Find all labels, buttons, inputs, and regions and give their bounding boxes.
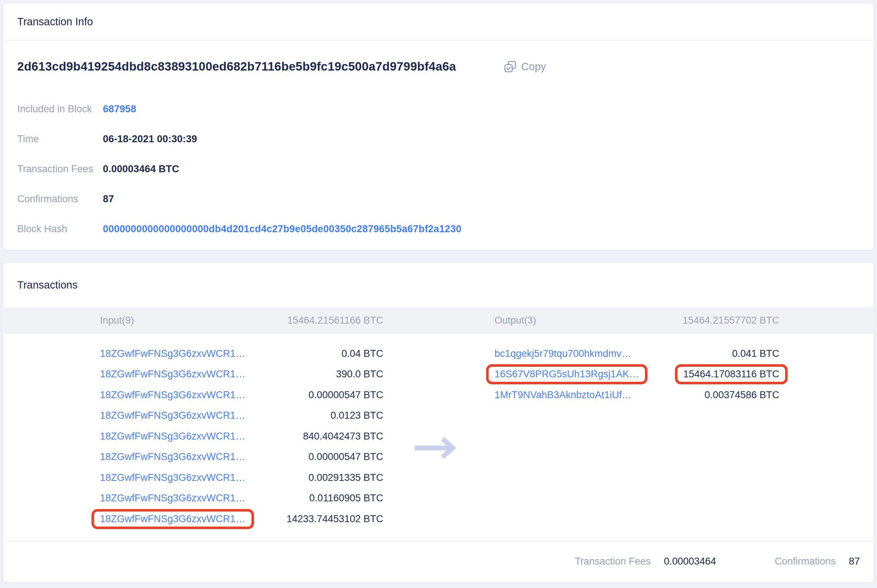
input-address-link[interactable]: 18ZGwfFwFNSg3G6zxvWCR1… [100, 410, 245, 421]
time-label: Time [17, 134, 103, 145]
highlight-box-output-address: 16S67V8PRG5sUh13Rgsj1AK… [486, 364, 647, 384]
input-address-link[interactable]: 18ZGwfFwFNSg3G6zxvWCR1… [100, 348, 245, 360]
input-value: 0.00291335 BTC [257, 467, 383, 488]
transactions-footer: Transaction Fees 0.00003464 Confirmation… [3, 542, 874, 582]
transactions-table-body: 18ZGwfFwFNSg3G6zxvWCR1… 18ZGwfFwFNSg3G6z… [3, 334, 874, 530]
input-row: 18ZGwfFwFNSg3G6zxvWCR1… [100, 488, 257, 509]
input-address-column: 18ZGwfFwFNSg3G6zxvWCR1… 18ZGwfFwFNSg3G6z… [100, 344, 257, 530]
highlight-box-input-address: 18ZGwfFwFNSg3G6zxvWCR1… [92, 509, 254, 529]
transaction-info-card: Transaction Info 2d613cd9b419254dbd8c838… [3, 3, 874, 250]
included-in-block-label: Included in Block [17, 104, 103, 115]
input-count-header: Input(9) [100, 315, 257, 326]
transaction-details: Included in Block 687958 Time 06-18-2021… [17, 94, 860, 244]
confirmations-label: Confirmations [17, 194, 103, 205]
detail-row-transaction-fees: Transaction Fees 0.00003464 BTC [17, 154, 860, 184]
detail-row-time: Time 06-18-2021 00:30:39 [17, 124, 860, 154]
input-value: 390.0 BTC [257, 364, 383, 385]
transactions-card: Transactions Input(9) 15464.21561166 BTC… [3, 262, 874, 582]
copy-button[interactable]: Copy [504, 60, 546, 73]
detail-row-included-in-block: Included in Block 687958 [17, 94, 860, 124]
confirmations-value: 87 [103, 194, 114, 205]
detail-row-block-hash: Block Hash 0000000000000000000db4d201cd4… [17, 214, 860, 244]
input-address-link[interactable]: 18ZGwfFwFNSg3G6zxvWCR1… [100, 451, 245, 463]
transaction-hash-row: 2d613cd9b419254dbd8c83893100ed682b7116be… [17, 54, 860, 80]
output-value: 0.041 BTC [651, 344, 779, 364]
input-row: 18ZGwfFwFNSg3G6zxvWCR1… [100, 385, 257, 405]
input-row: 18ZGwfFwFNSg3G6zxvWCR1… [100, 364, 257, 385]
output-value: 0.00374586 BTC [651, 385, 779, 405]
input-row: 18ZGwfFwFNSg3G6zxvWCR1… [100, 447, 257, 468]
input-value: 0.00000547 BTC [257, 385, 383, 405]
output-total-header: 15464.21557702 BTC [651, 315, 779, 326]
transactions-title: Transactions [3, 262, 874, 307]
input-value: 0.01160905 BTC [257, 488, 383, 509]
input-row: 18ZGwfFwFNSg3G6zxvWCR1… [100, 508, 257, 530]
input-address-link[interactable]: 18ZGwfFwFNSg3G6zxvWCR1… [100, 472, 245, 483]
copy-label: Copy [521, 61, 546, 73]
output-address-link[interactable]: 16S67V8PRG5sUh13Rgsj1AK… [495, 369, 639, 380]
output-row: 16S67V8PRG5sUh13Rgsj1AK… [495, 364, 651, 385]
inputs-to-outputs-arrow-container [383, 344, 490, 530]
input-row: 18ZGwfFwFNSg3G6zxvWCR1… [100, 405, 257, 426]
transaction-fees-label: Transaction Fees [17, 164, 103, 175]
output-address-link[interactable]: bc1qgekj5r79tqu700hkmdmv… [495, 348, 632, 360]
transaction-hash: 2d613cd9b419254dbd8c83893100ed682b7116be… [17, 60, 456, 74]
input-value: 0.04 BTC [257, 344, 383, 364]
output-value-column: 0.041 BTC 15464.17083116 BTC 0.00374586 … [651, 344, 779, 530]
transactions-table-header: Input(9) 15464.21561166 BTC Output(3) 15… [3, 307, 874, 334]
right-arrow-icon [413, 435, 460, 460]
block-hash-value[interactable]: 0000000000000000000db4d201cd4c27b9e05de0… [103, 224, 462, 235]
output-address-link[interactable]: 1MrT9NVahB3AknbztoAt1iUf… [495, 390, 632, 401]
output-address-column: bc1qgekj5r79tqu700hkmdmv… 16S67V8PRG5sUh… [490, 344, 651, 530]
output-value-highlight-row: 15464.17083116 BTC [651, 364, 779, 385]
input-row: 18ZGwfFwFNSg3G6zxvWCR1… [100, 467, 257, 488]
footer-transaction-fees-value: 0.00003464 [664, 556, 716, 567]
output-count-header: Output(3) [490, 315, 651, 326]
input-address-link[interactable]: 18ZGwfFwFNSg3G6zxvWCR1… [100, 513, 245, 525]
included-in-block-value[interactable]: 687958 [103, 104, 136, 115]
input-value: 0.00000547 BTC [257, 447, 383, 468]
input-row: 18ZGwfFwFNSg3G6zxvWCR1… [100, 426, 257, 447]
input-row: 18ZGwfFwFNSg3G6zxvWCR1… [100, 344, 257, 364]
block-hash-label: Block Hash [17, 224, 103, 235]
input-value-column: 0.04 BTC 390.0 BTC 0.00000547 BTC 0.0123… [257, 344, 383, 530]
input-address-link[interactable]: 18ZGwfFwFNSg3G6zxvWCR1… [100, 390, 245, 401]
highlight-box-output-value: 15464.17083116 BTC [675, 364, 788, 384]
output-value: 15464.17083116 BTC [683, 369, 779, 380]
output-row: 1MrT9NVahB3AknbztoAt1iUf… [495, 385, 651, 405]
input-value: 840.4042473 BTC [257, 426, 383, 447]
input-value: 14233.74453102 BTC [257, 508, 383, 530]
input-address-link[interactable]: 18ZGwfFwFNSg3G6zxvWCR1… [100, 431, 245, 442]
time-value: 06-18-2021 00:30:39 [103, 134, 197, 145]
output-row: bc1qgekj5r79tqu700hkmdmv… [495, 344, 651, 364]
input-address-link[interactable]: 18ZGwfFwFNSg3G6zxvWCR1… [100, 369, 245, 380]
transaction-info-title: Transaction Info [3, 3, 874, 40]
input-value: 0.0123 BTC [257, 405, 383, 426]
copy-icon [504, 60, 517, 73]
detail-row-confirmations: Confirmations 87 [17, 184, 860, 214]
transaction-info-body: 2d613cd9b419254dbd8c83893100ed682b7116be… [3, 40, 874, 244]
footer-transaction-fees-label: Transaction Fees [575, 556, 651, 567]
footer-confirmations-value: 87 [849, 556, 860, 567]
transaction-fees-value: 0.00003464 BTC [103, 164, 179, 175]
input-address-link[interactable]: 18ZGwfFwFNSg3G6zxvWCR1… [100, 492, 245, 504]
input-total-header: 15464.21561166 BTC [257, 315, 383, 326]
footer-confirmations-label: Confirmations [775, 556, 836, 567]
